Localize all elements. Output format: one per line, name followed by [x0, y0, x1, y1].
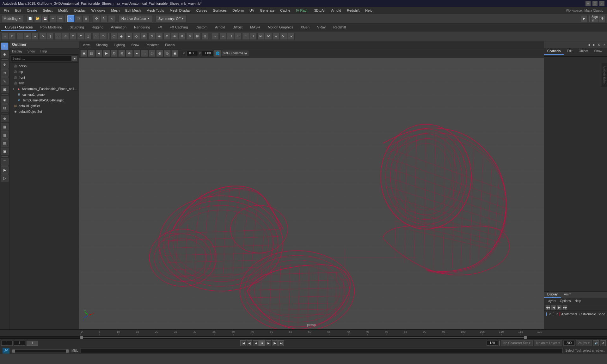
menu-mesh[interactable]: Mesh — [108, 8, 122, 13]
step-back-button[interactable]: ◀| — [247, 340, 252, 346]
menu-surfaces[interactable]: Surfaces — [211, 8, 229, 13]
tool-surface-13[interactable]: ⊟ — [201, 33, 208, 40]
tool-surface-12[interactable]: ⊞ — [194, 33, 201, 40]
vp-colorspace-toggle[interactable]: 🌐 — [214, 50, 221, 57]
move-tool-button[interactable]: ✛ — [93, 15, 100, 22]
window-controls[interactable]: − □ × — [586, 1, 604, 6]
menu-windows[interactable]: Windows — [89, 8, 108, 13]
tool-curve-8[interactable]: ⌐ — [54, 33, 61, 40]
vp-display-btn4[interactable]: ◍ — [156, 50, 163, 57]
vp-render-image[interactable]: ⊡ — [111, 50, 118, 57]
tool-surface-3[interactable]: ◈ — [126, 33, 132, 40]
layer-next-btn[interactable]: ▶▶ — [562, 305, 567, 310]
tool-curve-14[interactable]: ⊃ — [100, 33, 107, 40]
command-input[interactable] — [81, 348, 563, 353]
vp-display-btn1[interactable]: ● — [133, 50, 140, 57]
close-button[interactable]: × — [599, 1, 604, 6]
step-forward-button[interactable]: |▶ — [272, 340, 278, 346]
slider-right-handle[interactable] — [66, 349, 69, 353]
viewport-menu-view[interactable]: View — [80, 43, 92, 47]
rp-icon-4[interactable]: × — [603, 42, 606, 47]
vp-display-btn3[interactable]: ◌ — [149, 50, 156, 57]
viewport-canvas[interactable]: persp X Y Z — [79, 58, 544, 329]
vp-colorspace-select[interactable]: sRGB gamma — [222, 51, 248, 56]
viewport-menu-renderer[interactable]: Renderer — [143, 43, 161, 47]
tab-arnold[interactable]: Arnold — [211, 24, 229, 31]
tool-curve-12[interactable]: ⌶ — [85, 33, 92, 40]
menu-mesh-tools[interactable]: Mesh Tools — [144, 8, 166, 13]
rp-tab-edit[interactable]: Edit — [564, 48, 575, 55]
settings-button[interactable]: ⚙ — [599, 15, 606, 22]
tool-surface-6[interactable]: ⊙ — [148, 33, 155, 40]
menu-create[interactable]: Create — [24, 8, 40, 13]
tool-curve-4[interactable]: ✏ — [24, 33, 31, 40]
range-left-handle[interactable] — [80, 336, 83, 339]
menu-display[interactable]: Display — [72, 8, 88, 13]
viewport-menu-show[interactable]: Show — [129, 43, 142, 47]
tab-xgen[interactable]: XGen — [297, 24, 313, 31]
start-frame-input[interactable] — [1, 341, 13, 346]
tab-sculpting[interactable]: Sculpting — [66, 24, 88, 31]
curve-tool-button[interactable]: ⌒ — [1, 158, 9, 166]
outliner-show-menu[interactable]: Show — [26, 49, 37, 54]
paint-select-button[interactable]: ⊕ — [83, 15, 89, 22]
help-ch-btn[interactable]: Help — [573, 299, 582, 303]
tool-edit-5[interactable]: ⊤ — [242, 33, 249, 40]
vp-display-btn6[interactable]: ◉ — [171, 50, 178, 57]
render-button[interactable]: ▶ — [581, 15, 588, 22]
menu-cache[interactable]: Cache — [278, 8, 293, 13]
modeling-dropdown[interactable]: Modeling ▾ — [1, 15, 23, 22]
tool-edit-1[interactable]: ⌁ — [212, 33, 219, 40]
vp-display-btn5[interactable]: ◎ — [164, 50, 171, 57]
scale-button[interactable]: ⤡ — [1, 77, 9, 85]
outliner-item-front[interactable]: 🎥 front — [9, 75, 79, 80]
tab-bifrost[interactable]: Bifrost — [229, 24, 246, 31]
layer-row[interactable]: V P Anatomical_Fashionable_Shoe — [545, 312, 606, 317]
vp-isolate[interactable]: ⊛ — [126, 50, 133, 57]
undo-button[interactable]: ↩ — [49, 15, 56, 22]
rotate-button[interactable]: ↻ — [1, 69, 9, 77]
vp-camera-prev[interactable]: ◀ — [95, 50, 102, 57]
tab-poly-modeling[interactable]: Poly Modeling — [36, 24, 66, 31]
search-submit-button[interactable]: ▾ — [72, 56, 77, 61]
go-end-button[interactable]: ▶| — [278, 340, 284, 346]
redo-button[interactable]: ↪ — [57, 15, 64, 22]
tab-rigging[interactable]: Rigging — [88, 24, 107, 31]
loop-button[interactable]: ↺ — [600, 340, 606, 346]
tab-rendering[interactable]: Rendering — [130, 24, 154, 31]
tab-motion-graphics[interactable]: Motion Graphics — [264, 24, 297, 31]
go-start-button[interactable]: |◀ — [240, 340, 246, 346]
layer-prev-btn[interactable]: ◀◀ — [545, 305, 550, 310]
render-region-button[interactable]: ▷ — [1, 174, 9, 182]
tool-edit-11[interactable]: ⋌ — [288, 33, 295, 40]
viewport-btn3[interactable]: ▤ — [1, 139, 9, 147]
menu-curves[interactable]: Curves — [194, 8, 210, 13]
tool-edit-8[interactable]: ⋉ — [265, 33, 272, 40]
menu-help[interactable]: Help — [363, 8, 375, 13]
tool-curve-1[interactable]: ○ — [1, 33, 8, 40]
minimize-button[interactable]: − — [586, 1, 591, 6]
tool-edit-9[interactable]: ⋊ — [273, 33, 279, 40]
search-input[interactable] — [11, 56, 72, 61]
maximize-button[interactable]: □ — [592, 1, 598, 6]
outliner-item-tempcam[interactable]: ⊕ TempCamFBXASC046Target — [9, 97, 79, 103]
audio-button[interactable]: 🔊 — [593, 340, 599, 346]
range-slider-bar[interactable] — [0, 336, 607, 339]
viewport-btn4[interactable]: ▣ — [1, 148, 9, 155]
menu-redshift[interactable]: Redshift — [344, 8, 362, 13]
tool-edit-3[interactable]: ⊣ — [227, 33, 234, 40]
tool-edit-2[interactable]: ⌀ — [219, 33, 226, 40]
tab-curves-surfaces[interactable]: Curves / Surfaces — [1, 24, 36, 31]
rp-tab-show[interactable]: Show — [591, 48, 605, 55]
outliner-item-shoes[interactable]: ▸ ▲ Anatomical_Fashionable_Shoes_nd1... — [9, 86, 79, 92]
open-file-button[interactable]: 📂 — [34, 15, 41, 22]
tool-surface-9[interactable]: ⊛ — [171, 33, 178, 40]
menu-edit[interactable]: Edit — [13, 8, 24, 13]
tab-redshift[interactable]: Redshift — [329, 24, 350, 31]
tab-custom[interactable]: Custom — [192, 24, 211, 31]
range-right-handle[interactable] — [524, 336, 527, 339]
menu-edit-mesh[interactable]: Edit Mesh — [123, 8, 143, 13]
current-frame-input[interactable] — [14, 341, 25, 346]
tab-fx[interactable]: FX — [154, 24, 166, 31]
show-manip-button[interactable]: ⊡ — [1, 104, 9, 112]
